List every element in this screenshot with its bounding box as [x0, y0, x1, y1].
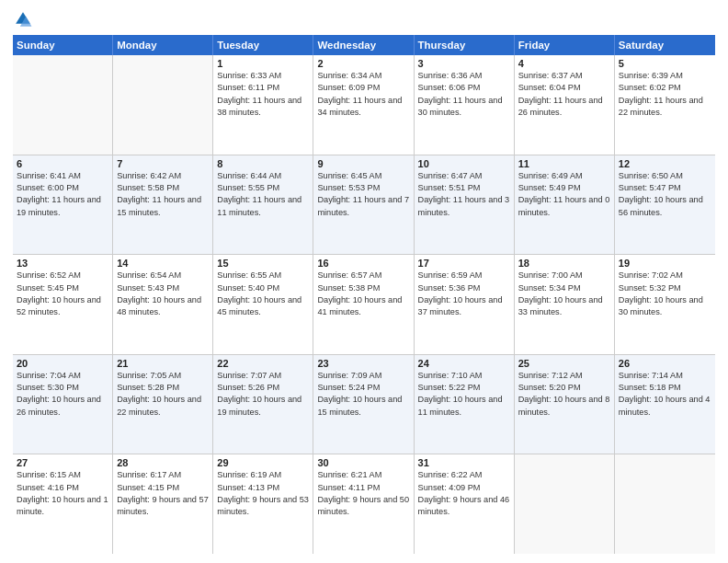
day-number: 16 — [317, 258, 409, 269]
empty-cell — [13, 55, 113, 155]
week-row-2: 6Sunrise: 6:41 AM Sunset: 6:00 PM Daylig… — [13, 155, 715, 256]
day-number: 31 — [418, 457, 510, 468]
day-info: Sunrise: 6:57 AM Sunset: 5:38 PM Dayligh… — [317, 270, 409, 318]
day-info: Sunrise: 6:42 AM Sunset: 5:58 PM Dayligh… — [117, 170, 209, 219]
day-info: Sunrise: 6:49 AM Sunset: 5:49 PM Dayligh… — [518, 170, 610, 219]
day-cell-28: 28Sunrise: 6:17 AM Sunset: 4:15 PM Dayli… — [113, 454, 213, 554]
day-info: Sunrise: 6:21 AM Sunset: 4:11 PM Dayligh… — [317, 469, 409, 518]
day-info: Sunrise: 6:34 AM Sunset: 6:09 PM Dayligh… — [317, 70, 409, 119]
day-info: Sunrise: 6:52 AM Sunset: 5:45 PM Dayligh… — [17, 270, 108, 318]
day-cell-1: 1Sunrise: 6:33 AM Sunset: 6:11 PM Daylig… — [213, 55, 313, 155]
calendar-header: SundayMondayTuesdayWednesdayThursdayFrid… — [13, 35, 715, 55]
day-cell-9: 9Sunrise: 6:45 AM Sunset: 5:53 PM Daylig… — [313, 155, 414, 255]
day-cell-18: 18Sunrise: 7:00 AM Sunset: 5:34 PM Dayli… — [515, 255, 615, 354]
day-info: Sunrise: 6:50 AM Sunset: 5:47 PM Dayligh… — [619, 170, 711, 219]
day-number: 17 — [418, 258, 510, 269]
logo — [13, 9, 37, 29]
day-cell-26: 26Sunrise: 7:14 AM Sunset: 5:18 PM Dayli… — [615, 355, 715, 454]
day-info: Sunrise: 7:09 AM Sunset: 5:24 PM Dayligh… — [317, 370, 409, 419]
day-info: Sunrise: 6:47 AM Sunset: 5:51 PM Dayligh… — [418, 170, 510, 219]
day-number: 15 — [217, 258, 309, 269]
day-number: 7 — [117, 158, 209, 169]
header-day-wednesday: Wednesday — [313, 35, 414, 55]
day-number: 29 — [217, 457, 309, 468]
day-cell-27: 27Sunrise: 6:15 AM Sunset: 4:16 PM Dayli… — [13, 454, 113, 554]
day-info: Sunrise: 6:39 AM Sunset: 6:02 PM Dayligh… — [619, 70, 711, 119]
day-info: Sunrise: 6:15 AM Sunset: 4:16 PM Dayligh… — [17, 469, 108, 518]
day-number: 10 — [418, 158, 510, 169]
day-cell-6: 6Sunrise: 6:41 AM Sunset: 6:00 PM Daylig… — [13, 155, 113, 255]
day-number: 23 — [317, 358, 409, 369]
day-cell-4: 4Sunrise: 6:37 AM Sunset: 6:04 PM Daylig… — [515, 55, 615, 155]
day-info: Sunrise: 6:33 AM Sunset: 6:11 PM Dayligh… — [217, 70, 309, 119]
header — [13, 9, 715, 29]
day-cell-5: 5Sunrise: 6:39 AM Sunset: 6:02 PM Daylig… — [615, 55, 715, 155]
day-info: Sunrise: 6:45 AM Sunset: 5:53 PM Dayligh… — [317, 170, 409, 219]
header-day-sunday: Sunday — [13, 35, 113, 55]
day-info: Sunrise: 7:14 AM Sunset: 5:18 PM Dayligh… — [619, 370, 711, 419]
day-number: 13 — [17, 258, 108, 269]
day-cell-7: 7Sunrise: 6:42 AM Sunset: 5:58 PM Daylig… — [113, 155, 213, 255]
calendar: SundayMondayTuesdayWednesdayThursdayFrid… — [13, 35, 715, 554]
day-info: Sunrise: 7:00 AM Sunset: 5:34 PM Dayligh… — [518, 270, 610, 318]
day-cell-2: 2Sunrise: 6:34 AM Sunset: 6:09 PM Daylig… — [313, 55, 414, 155]
day-info: Sunrise: 6:37 AM Sunset: 6:04 PM Dayligh… — [518, 70, 610, 119]
empty-cell — [515, 454, 615, 554]
day-info: Sunrise: 6:55 AM Sunset: 5:40 PM Dayligh… — [217, 270, 309, 318]
day-info: Sunrise: 7:10 AM Sunset: 5:22 PM Dayligh… — [418, 370, 510, 419]
day-info: Sunrise: 6:44 AM Sunset: 5:55 PM Dayligh… — [217, 170, 309, 219]
day-cell-12: 12Sunrise: 6:50 AM Sunset: 5:47 PM Dayli… — [615, 155, 715, 255]
day-info: Sunrise: 6:54 AM Sunset: 5:43 PM Dayligh… — [117, 270, 209, 318]
day-cell-8: 8Sunrise: 6:44 AM Sunset: 5:55 PM Daylig… — [213, 155, 313, 255]
day-cell-25: 25Sunrise: 7:12 AM Sunset: 5:20 PM Dayli… — [515, 355, 615, 454]
day-number: 14 — [117, 258, 209, 269]
day-cell-19: 19Sunrise: 7:02 AM Sunset: 5:32 PM Dayli… — [615, 255, 715, 354]
day-number: 21 — [117, 358, 209, 369]
day-info: Sunrise: 6:19 AM Sunset: 4:13 PM Dayligh… — [217, 469, 309, 518]
day-cell-23: 23Sunrise: 7:09 AM Sunset: 5:24 PM Dayli… — [313, 355, 414, 454]
day-number: 28 — [117, 457, 209, 468]
day-cell-15: 15Sunrise: 6:55 AM Sunset: 5:40 PM Dayli… — [213, 255, 313, 354]
week-row-1: 1Sunrise: 6:33 AM Sunset: 6:11 PM Daylig… — [13, 55, 715, 155]
header-day-saturday: Saturday — [615, 35, 715, 55]
header-day-thursday: Thursday — [415, 35, 515, 55]
day-info: Sunrise: 6:17 AM Sunset: 4:15 PM Dayligh… — [117, 469, 209, 518]
logo-icon — [13, 9, 33, 29]
header-day-monday: Monday — [113, 35, 213, 55]
day-cell-21: 21Sunrise: 7:05 AM Sunset: 5:28 PM Dayli… — [113, 355, 213, 454]
empty-cell — [615, 454, 715, 554]
day-number: 26 — [619, 358, 711, 369]
week-row-4: 20Sunrise: 7:04 AM Sunset: 5:30 PM Dayli… — [13, 355, 715, 455]
day-number: 9 — [317, 158, 409, 169]
day-info: Sunrise: 7:05 AM Sunset: 5:28 PM Dayligh… — [117, 370, 209, 419]
day-cell-22: 22Sunrise: 7:07 AM Sunset: 5:26 PM Dayli… — [213, 355, 313, 454]
day-cell-31: 31Sunrise: 6:22 AM Sunset: 4:09 PM Dayli… — [415, 454, 515, 554]
day-number: 24 — [418, 358, 510, 369]
day-number: 2 — [317, 58, 409, 69]
day-number: 1 — [217, 58, 309, 69]
day-info: Sunrise: 6:59 AM Sunset: 5:36 PM Dayligh… — [418, 270, 510, 318]
day-info: Sunrise: 6:22 AM Sunset: 4:09 PM Dayligh… — [418, 469, 510, 518]
day-info: Sunrise: 6:36 AM Sunset: 6:06 PM Dayligh… — [418, 70, 510, 119]
day-cell-20: 20Sunrise: 7:04 AM Sunset: 5:30 PM Dayli… — [13, 355, 113, 454]
header-day-tuesday: Tuesday — [213, 35, 313, 55]
day-number: 27 — [17, 457, 108, 468]
day-cell-13: 13Sunrise: 6:52 AM Sunset: 5:45 PM Dayli… — [13, 255, 113, 354]
day-cell-24: 24Sunrise: 7:10 AM Sunset: 5:22 PM Dayli… — [415, 355, 515, 454]
day-number: 30 — [317, 457, 409, 468]
day-number: 11 — [518, 158, 610, 169]
day-cell-16: 16Sunrise: 6:57 AM Sunset: 5:38 PM Dayli… — [313, 255, 414, 354]
day-number: 6 — [17, 158, 108, 169]
day-number: 25 — [518, 358, 610, 369]
page: SundayMondayTuesdayWednesdayThursdayFrid… — [0, 0, 728, 563]
day-cell-29: 29Sunrise: 6:19 AM Sunset: 4:13 PM Dayli… — [213, 454, 313, 554]
day-cell-30: 30Sunrise: 6:21 AM Sunset: 4:11 PM Dayli… — [313, 454, 414, 554]
week-row-5: 27Sunrise: 6:15 AM Sunset: 4:16 PM Dayli… — [13, 454, 715, 554]
day-info: Sunrise: 7:02 AM Sunset: 5:32 PM Dayligh… — [619, 270, 711, 318]
header-day-friday: Friday — [515, 35, 615, 55]
day-cell-3: 3Sunrise: 6:36 AM Sunset: 6:06 PM Daylig… — [415, 55, 515, 155]
day-number: 12 — [619, 158, 711, 169]
day-info: Sunrise: 7:12 AM Sunset: 5:20 PM Dayligh… — [518, 370, 610, 419]
day-number: 20 — [17, 358, 108, 369]
day-cell-14: 14Sunrise: 6:54 AM Sunset: 5:43 PM Dayli… — [113, 255, 213, 354]
